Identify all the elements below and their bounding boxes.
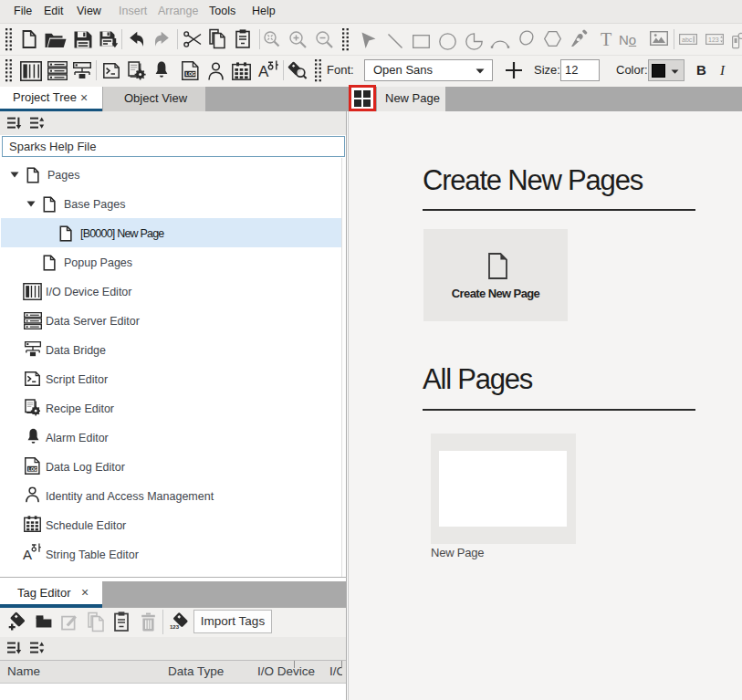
svg-text:LOG: LOG bbox=[185, 71, 195, 77]
svg-text:123: 123 bbox=[708, 37, 719, 43]
svg-text:123: 123 bbox=[170, 624, 180, 630]
svg-text:abc: abc bbox=[682, 37, 693, 43]
